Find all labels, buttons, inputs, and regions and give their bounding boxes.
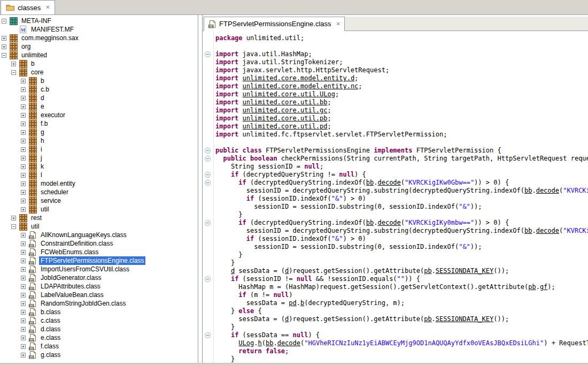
expand-icon[interactable]: + xyxy=(21,87,26,92)
pane-divider[interactable] xyxy=(198,15,202,363)
tree-item[interactable]: +b xyxy=(0,59,198,68)
fold-marker-icon[interactable] xyxy=(205,51,211,57)
expand-icon[interactable]: + xyxy=(21,139,26,143)
tree-item[interactable]: +executor xyxy=(0,111,198,119)
tree-item[interactable]: +l xyxy=(0,171,198,179)
expand-icon[interactable]: + xyxy=(21,241,26,246)
tree-item[interactable]: +f.b xyxy=(0,119,198,128)
close-icon[interactable]: ✕ xyxy=(336,21,341,27)
tree-item[interactable]: +c.b xyxy=(0,85,198,94)
tree-item[interactable]: −core xyxy=(0,68,198,77)
expand-icon[interactable]: + xyxy=(21,164,26,169)
tree-item[interactable]: + 010 c.class xyxy=(0,316,198,325)
expand-icon[interactable]: + xyxy=(21,344,26,349)
tree-item[interactable]: +rest xyxy=(0,214,198,222)
collapse-icon[interactable]: − xyxy=(11,70,16,75)
tree-item[interactable]: +j xyxy=(0,154,198,162)
expand-icon[interactable]: + xyxy=(21,104,26,109)
collapse-icon[interactable]: − xyxy=(11,224,16,229)
expand-icon[interactable]: + xyxy=(21,301,26,306)
tree-item[interactable]: + 010 LabelValueBean.class xyxy=(0,291,198,299)
expand-icon[interactable]: + xyxy=(21,250,26,255)
fold-marker-icon[interactable] xyxy=(205,276,211,282)
fold-marker-icon[interactable] xyxy=(205,180,211,186)
expand-icon[interactable]: + xyxy=(21,207,26,212)
expand-icon[interactable]: + xyxy=(21,173,26,178)
tree-item[interactable]: +e xyxy=(0,102,198,111)
expand-icon[interactable]: + xyxy=(21,336,26,340)
expand-icon[interactable]: + xyxy=(21,258,26,263)
code-editor[interactable]: package unlimited.util;import java.util.… xyxy=(203,31,588,363)
fold-marker-icon[interactable] xyxy=(205,332,211,338)
tree-item[interactable]: +i xyxy=(0,145,198,154)
expand-icon[interactable]: + xyxy=(21,318,26,323)
tree-item[interactable]: + 010 FTPServletPermissionsEngine.class xyxy=(0,256,198,265)
tree-item[interactable]: +org xyxy=(0,42,198,51)
collapse-icon[interactable]: − xyxy=(2,19,6,24)
expand-icon[interactable]: + xyxy=(21,156,26,161)
tree-item[interactable]: + 010 FCWebEnums.class xyxy=(0,248,198,256)
tab-class-file[interactable]: 010 FTPServletPermissionsEngine.class ✕ xyxy=(204,17,345,31)
tree-item[interactable]: + 010 LDAPAttributes.class xyxy=(0,282,198,291)
expand-icon[interactable]: + xyxy=(21,130,26,135)
tree-item-label: e xyxy=(39,102,46,111)
expand-icon[interactable]: + xyxy=(21,79,26,83)
tree-item[interactable]: + 010 RandomStringJobIdGen.class xyxy=(0,299,198,308)
tree-item[interactable]: + 010 e.class xyxy=(0,333,198,342)
tree-item[interactable]: + 010 b.class xyxy=(0,308,198,316)
tree-item[interactable]: + 010 JobIdGenerator.class xyxy=(0,273,198,282)
fold-marker-icon[interactable] xyxy=(205,220,211,226)
expand-icon[interactable]: + xyxy=(21,310,26,315)
expand-icon[interactable]: + xyxy=(21,293,26,298)
expand-icon[interactable]: + xyxy=(21,267,26,272)
tree-item[interactable]: + 010 f.class xyxy=(0,342,198,351)
expand-icon[interactable]: + xyxy=(21,327,26,332)
expand-icon[interactable]: + xyxy=(21,199,26,203)
tree-item[interactable]: + 010 ImportUsersFromCSVUtil.class xyxy=(0,265,198,273)
close-icon[interactable]: ✕ xyxy=(45,5,50,10)
tree-item-label: core xyxy=(29,68,45,77)
expand-icon[interactable]: + xyxy=(21,96,26,101)
expand-icon[interactable]: + xyxy=(11,62,16,66)
folder-icon xyxy=(6,4,15,11)
tree-item[interactable]: +scheduler xyxy=(0,188,198,196)
tree-item[interactable]: +d xyxy=(0,94,198,102)
expand-icon[interactable]: + xyxy=(21,121,26,126)
expand-icon[interactable]: + xyxy=(2,36,6,41)
fold-marker-icon[interactable] xyxy=(205,148,211,154)
tree-item[interactable]: + 010 ConstraintDefinition.class xyxy=(0,239,198,248)
tree-item[interactable]: +model.entity xyxy=(0,179,198,188)
gutter-cell xyxy=(203,347,213,355)
tree-item[interactable]: +g xyxy=(0,128,198,136)
tree-item[interactable]: +com.megginson.sax xyxy=(0,34,198,42)
tree-item[interactable]: + 010 d.class xyxy=(0,325,198,333)
tree-item[interactable]: +k xyxy=(0,162,198,171)
gutter-cell xyxy=(203,315,213,323)
expand-icon[interactable]: + xyxy=(21,284,26,289)
tree-item[interactable]: + 010 AllKnownLanguageKeys.class xyxy=(0,231,198,239)
tree-item[interactable]: +util xyxy=(0,205,198,214)
expand-icon[interactable]: + xyxy=(21,181,26,186)
expand-icon[interactable]: + xyxy=(2,44,6,49)
expand-icon[interactable]: + xyxy=(21,147,26,152)
expand-icon[interactable]: + xyxy=(11,216,16,220)
expand-icon[interactable]: + xyxy=(21,113,26,118)
tree-item[interactable]: M MANIFEST.MF xyxy=(0,25,198,34)
collapse-icon[interactable]: − xyxy=(2,53,6,58)
tree-item[interactable]: −util xyxy=(0,222,198,231)
tree-item[interactable]: +h xyxy=(0,136,198,145)
tree-item[interactable]: −unlimited xyxy=(0,51,198,59)
gutter-cell xyxy=(203,50,213,58)
tab-classes[interactable]: classes ✕ xyxy=(1,0,55,14)
expand-icon[interactable]: + xyxy=(21,190,26,195)
tree-item[interactable]: +b xyxy=(0,77,198,85)
fold-marker-icon[interactable] xyxy=(205,172,211,178)
expand-icon[interactable]: + xyxy=(21,276,26,280)
editor-pane: 010 FTPServletPermissionsEngine.class ✕ … xyxy=(202,15,588,363)
tree-item[interactable]: −META-INF xyxy=(0,17,198,25)
tree-item[interactable]: +service xyxy=(0,196,198,205)
expand-icon[interactable]: + xyxy=(21,353,26,358)
fold-marker-icon[interactable] xyxy=(205,156,211,162)
tree-item[interactable]: + 010 g.class xyxy=(0,351,198,359)
expand-icon[interactable]: + xyxy=(21,233,26,238)
